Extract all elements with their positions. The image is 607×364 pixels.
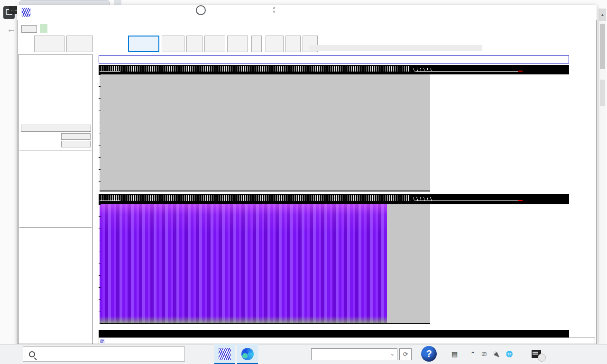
screen: ← ▲ [0, 0, 607, 364]
windows-logo-icon [9, 6, 17, 14]
search-icon [29, 351, 35, 357]
tray-display-icon[interactable]: ⎚ [482, 351, 487, 357]
y-down-button[interactable] [61, 141, 91, 147]
show-from-start-button[interactable] [66, 36, 93, 52]
y-cp-text [38, 141, 40, 147]
acf-button[interactable] [285, 36, 301, 52]
tray-power-icon[interactable]: 🔌 [493, 351, 500, 357]
menu-button[interactable] [21, 25, 37, 33]
system-tray: ▤ ⌃ ⎚ 🔌 🌐 [451, 344, 541, 364]
time-frequency-bar [99, 330, 569, 338]
notification-badge [538, 354, 546, 362]
hint-text [40, 24, 47, 33]
help-app-icon[interactable]: ? [421, 346, 437, 362]
status-line [99, 337, 595, 344]
app-icon [22, 8, 30, 17]
khz-display-strip [99, 55, 569, 64]
screen-count-checkboxes [114, 34, 127, 54]
cpod-app-icon [219, 348, 231, 360]
ruler-tail-line [415, 200, 518, 201]
scrollbar[interactable]: ▲ [598, 9, 606, 344]
ruler-ticks [101, 66, 409, 72]
open-files-button[interactable] [34, 36, 64, 52]
ruler-tail-line [415, 71, 518, 72]
refresh-button[interactable] [204, 36, 225, 52]
tray-expand-icon[interactable]: ⌃ [470, 350, 476, 358]
edge-icon [241, 348, 254, 360]
ruler-ticks [101, 195, 409, 201]
news-widget-icon[interactable]: ▤ [451, 350, 458, 358]
move-back-button[interactable] [227, 36, 248, 52]
taskbar-search[interactable] [23, 346, 185, 362]
progress-strip [309, 45, 482, 51]
scrollbar-thumb-secondary [600, 80, 605, 106]
show-next-screen-button[interactable] [128, 36, 159, 52]
stop-button[interactable] [186, 36, 202, 52]
spectrogram [100, 204, 387, 324]
divider [19, 150, 92, 151]
bottom-plot-left-ticks [99, 204, 101, 324]
time-ruler-top [99, 65, 569, 74]
top-plot-baseline [100, 191, 430, 191]
file-icon [100, 339, 104, 343]
show-whole-time-range-button[interactable] [21, 125, 91, 132]
scrollbar-thumb[interactable] [600, 24, 605, 69]
direccion-label [284, 0, 310, 20]
bottom-plot-ylabel [93, 225, 99, 320]
top-plot-left-ticks [99, 74, 101, 191]
fast-forward-button[interactable] [162, 36, 184, 52]
taskbar-cpod-app[interactable] [214, 344, 235, 364]
back-arrow-icon[interactable]: ← [7, 24, 16, 35]
bottom-plot-area[interactable] [99, 204, 569, 324]
direccion-refresh-button[interactable]: ⟳ [399, 348, 412, 360]
y-scale-text [38, 134, 40, 140]
ruler-lead-line [100, 200, 120, 201]
y-up-button[interactable] [61, 133, 91, 140]
top-plot-area[interactable] [99, 74, 569, 191]
divider [19, 227, 92, 228]
cortana-button[interactable] [191, 0, 211, 20]
time-ruler-bottom [99, 194, 569, 204]
ruler-cursor-red [518, 71, 523, 72]
top-plot-ylabel [93, 95, 99, 190]
day-axis-strip [99, 324, 569, 330]
toolbar-expand-arrows[interactable]: ˄˅ [269, 0, 279, 20]
seek-in-file-label [95, 36, 114, 52]
dash-button[interactable] [251, 36, 262, 52]
notification-center-icon[interactable] [532, 350, 541, 358]
start-button[interactable] [4, 0, 22, 20]
ruler-cursor-red [518, 200, 523, 201]
graph-scales-panel [18, 55, 93, 344]
taskbar-edge-app[interactable] [237, 344, 258, 364]
cortana-icon [196, 5, 206, 15]
tray-network-icon[interactable]: 🌐 [506, 351, 513, 357]
ruler-lead-line [100, 71, 120, 72]
bottom-right-axis [566, 0, 598, 327]
direccion-combobox[interactable]: ⌄ [311, 348, 397, 360]
chevron-up-down-icon: ˄˅ [273, 6, 275, 14]
top-plot-background [100, 74, 430, 191]
scrollbar-up-icon[interactable]: ▲ [599, 9, 606, 21]
minimize-button[interactable] [527, 5, 549, 19]
graph-button[interactable] [266, 36, 284, 52]
chevron-down-icon: ⌄ [390, 351, 395, 357]
